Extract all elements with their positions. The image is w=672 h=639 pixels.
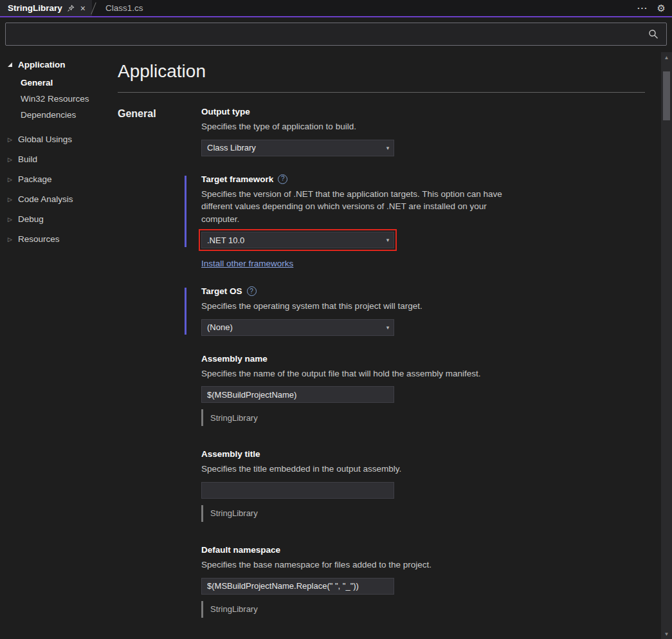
field-target-framework: Target framework ? Specifies the version… <box>201 174 536 269</box>
expander-collapsed-icon[interactable]: ▷ <box>6 236 14 243</box>
expander-collapsed-icon[interactable]: ▷ <box>6 136 14 143</box>
install-other-frameworks-link[interactable]: Install other frameworks <box>201 259 293 268</box>
vertical-scrollbar[interactable]: ▲ ▼ <box>661 52 672 639</box>
field-label: Output type <box>201 107 536 116</box>
field-output-type: Output type Specifies the type of applic… <box>201 107 536 156</box>
tab-label: StringLibrary <box>8 3 62 13</box>
field-label-text: Default namespace <box>201 545 280 555</box>
field-label-text: Output type <box>201 107 250 116</box>
sidebar-item-label: Global Usings <box>18 134 72 144</box>
expander-collapsed-icon[interactable]: ▷ <box>6 196 14 203</box>
output-type-dropdown[interactable]: Class Library ▾ <box>201 140 394 156</box>
search-icon[interactable] <box>640 29 666 39</box>
gear-icon[interactable]: ⚙ <box>657 3 666 14</box>
field-label: Default namespace <box>201 545 536 555</box>
field-description: Specifies the type of application to bui… <box>201 120 526 133</box>
dropdown-value: .NET 10.0 <box>202 236 382 245</box>
sidebar-item-global-usings[interactable]: ▷ Global Usings <box>0 129 113 149</box>
field-label: Assembly name <box>201 354 536 364</box>
field-label: Assembly title <box>201 449 536 459</box>
sidebar-item-label: Debug <box>18 214 44 224</box>
title-divider <box>118 92 645 93</box>
sidebar-item-label: Dependencies <box>21 110 76 120</box>
sidebar-item-debug[interactable]: ▷ Debug <box>0 209 113 229</box>
tab-bar: StringLibrary × Class1.cs ··· ⚙ <box>0 0 672 17</box>
sidebar-item-build[interactable]: ▷ Build <box>0 149 113 169</box>
page-title: Application <box>118 61 672 82</box>
sidebar-item-package[interactable]: ▷ Package <box>0 169 113 189</box>
search-input[interactable] <box>6 23 640 45</box>
field-label-text: Assembly title <box>201 449 260 459</box>
expander-collapsed-icon[interactable]: ▷ <box>6 156 14 163</box>
scrollbar-thumb[interactable] <box>663 71 670 120</box>
evaluated-value: StringLibrary <box>201 505 536 522</box>
dropdown-value: (None) <box>202 322 382 332</box>
search-box[interactable] <box>5 23 667 46</box>
close-icon[interactable]: × <box>79 4 87 13</box>
default-namespace-input[interactable] <box>201 578 394 595</box>
field-label-text: Target framework <box>201 174 273 184</box>
evaluated-value-text: StringLibrary <box>210 413 258 423</box>
field-default-namespace: Default namespace Specifies the base nam… <box>201 545 536 618</box>
evaluated-value: StringLibrary <box>201 409 536 426</box>
sidebar: Application General Win32 Resources Depe… <box>0 51 113 638</box>
expander-collapsed-icon[interactable]: ▷ <box>6 176 14 183</box>
sidebar-item-label: Application <box>18 60 66 69</box>
help-icon[interactable]: ? <box>247 286 257 296</box>
target-framework-dropdown[interactable]: .NET 10.0 ▾ <box>201 232 394 248</box>
sidebar-item-dependencies[interactable]: Dependencies <box>0 107 113 123</box>
assembly-title-input[interactable] <box>201 482 394 499</box>
chevron-down-icon[interactable]: ▾ <box>382 324 394 331</box>
field-target-os: Target OS ? Specifies the operating syst… <box>201 286 536 336</box>
scroll-down-icon[interactable]: ▼ <box>661 629 672 639</box>
tab-stringlibrary[interactable]: StringLibrary × <box>0 0 92 16</box>
field-label: Target OS ? <box>201 286 536 296</box>
assembly-name-input[interactable] <box>201 386 394 403</box>
evaluated-value: StringLibrary <box>201 601 536 618</box>
expander-collapsed-icon[interactable]: ▷ <box>6 216 14 223</box>
field-assembly-name: Assembly name Specifies the name of the … <box>201 354 536 427</box>
field-description: Specifies the name of the output file th… <box>201 367 526 380</box>
field-description: Specifies the base namespace for files a… <box>201 559 526 571</box>
sidebar-item-label: Build <box>18 154 37 164</box>
dropdown-value: Class Library <box>202 143 382 153</box>
sidebar-item-win32-resources[interactable]: Win32 Resources <box>0 91 113 107</box>
tab-class1[interactable]: Class1.cs <box>96 0 152 16</box>
sidebar-item-code-analysis[interactable]: ▷ Code Analysis <box>0 189 113 209</box>
scroll-up-icon[interactable]: ▲ <box>661 52 672 62</box>
field-label-text: Assembly name <box>201 354 268 364</box>
sidebar-item-label: Code Analysis <box>18 194 73 204</box>
expander-expanded-icon[interactable] <box>6 62 14 67</box>
evaluated-value-text: StringLibrary <box>210 508 258 518</box>
field-label: Target framework ? <box>201 174 536 184</box>
field-description: Specifies the version of .NET that the a… <box>201 188 526 226</box>
tabbar-actions: ··· ⚙ <box>637 0 672 16</box>
modified-indicator-scope: Target OS ? Specifies the operating syst… <box>201 286 536 336</box>
pin-icon[interactable] <box>67 5 75 12</box>
help-icon[interactable]: ? <box>278 174 287 184</box>
sidebar-item-resources[interactable]: ▷ Resources <box>0 229 113 249</box>
search-row <box>0 17 672 51</box>
field-label-text: Target OS <box>201 286 242 296</box>
fields-column: Output type Specifies the type of applic… <box>201 107 672 638</box>
target-os-dropdown[interactable]: (None) ▾ <box>201 319 394 336</box>
sidebar-item-label: General <box>21 78 53 88</box>
chevron-down-icon[interactable]: ▾ <box>382 237 394 243</box>
sidebar-item-application[interactable]: Application <box>0 55 113 75</box>
sidebar-item-general[interactable]: General <box>0 75 113 91</box>
content: Application General Win32 Resources Depe… <box>0 51 672 638</box>
field-description: Specifies the title embedded in the outp… <box>201 463 526 476</box>
field-assembly-title: Assembly title Specifies the title embed… <box>201 449 536 522</box>
sidebar-item-label: Package <box>18 174 52 184</box>
field-description: Specifies the operating system that this… <box>201 300 526 313</box>
evaluated-value-text: StringLibrary <box>210 604 258 614</box>
overflow-icon[interactable]: ··· <box>637 3 648 13</box>
sidebar-item-label: Win32 Resources <box>21 94 89 104</box>
main-pane: Application General Output type Specifie… <box>113 51 672 638</box>
modified-indicator-scope: Target framework ? Specifies the version… <box>201 174 536 249</box>
tab-label: Class1.cs <box>105 3 143 13</box>
chevron-down-icon[interactable]: ▾ <box>382 145 394 151</box>
section-general-label: General <box>118 107 201 638</box>
sidebar-item-label: Resources <box>18 234 60 244</box>
